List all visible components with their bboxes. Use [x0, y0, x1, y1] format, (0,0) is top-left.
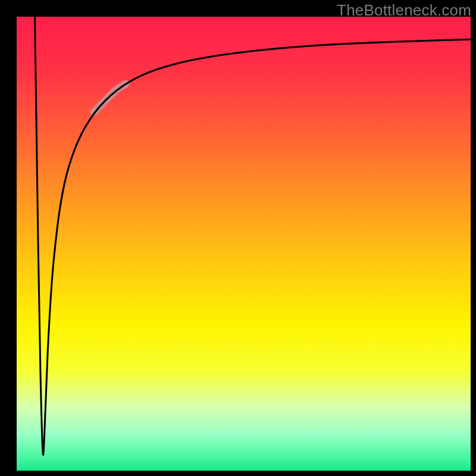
gradient-background [17, 17, 471, 471]
plot-area [17, 17, 471, 471]
watermark-text: TheBottleneck.com [337, 1, 471, 20]
chart-container: TheBottleneck.com [0, 0, 476, 476]
chart-svg [0, 0, 476, 476]
